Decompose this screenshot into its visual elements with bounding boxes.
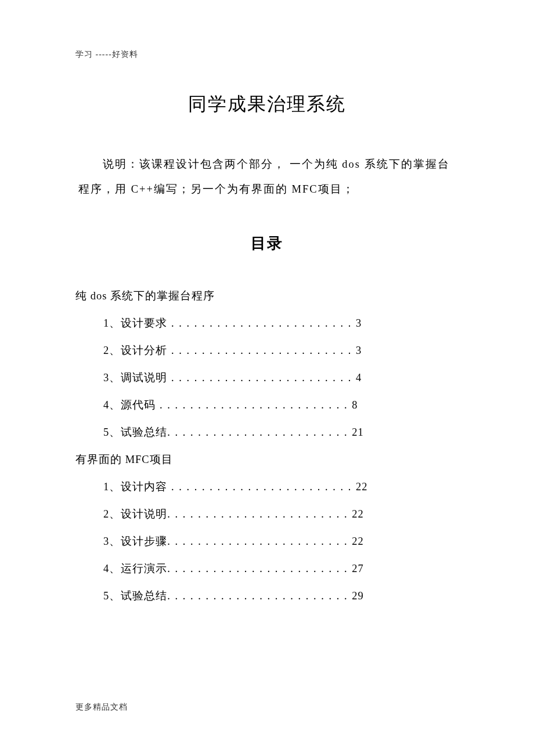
toc-label: 3、设计步骤: [103, 536, 167, 547]
toc-entry: 3、调试说明 . . . . . . . . . . . . . . . . .…: [103, 370, 459, 385]
toc-page-number: 8: [352, 399, 358, 411]
toc-dots: . . . . . . . . . . . . . . . . . . . . …: [167, 426, 352, 438]
toc-label: 4、运行演示: [103, 563, 167, 574]
toc-dots: . . . . . . . . . . . . . . . . . . . . …: [167, 317, 356, 329]
intro-paragraph: 说明：该课程设计包含两个部分， 一个为纯 dos 系统下的掌握台 程序，用 C+…: [75, 152, 459, 201]
toc-page-number: 29: [352, 590, 364, 602]
section2-heading-mid: MFC: [125, 454, 150, 465]
intro-text-cpp: C++: [127, 183, 154, 195]
section1-list: 1、设计要求 . . . . . . . . . . . . . . . . .…: [103, 316, 459, 439]
toc-dots: . . . . . . . . . . . . . . . . . . . . …: [167, 345, 356, 356]
intro-text-mfc: MFC: [291, 183, 317, 195]
section1-heading-pre: 纯: [75, 290, 91, 302]
toc-label: 4、源代码: [103, 399, 156, 411]
section2-heading: 有界面的 MFC项目: [75, 452, 459, 466]
intro-text-1: 说明：该课程设计包含两个部分， 一个为纯: [103, 158, 338, 170]
toc-page-number: 3: [356, 317, 362, 329]
toc-entry: 4、源代码 . . . . . . . . . . . . . . . . . …: [103, 397, 459, 412]
toc-label: 1、设计内容: [103, 481, 167, 493]
toc-entry: 1、设计内容 . . . . . . . . . . . . . . . . .…: [103, 479, 459, 494]
toc-dots: . . . . . . . . . . . . . . . . . . . . …: [167, 372, 356, 384]
toc-page-number: 27: [352, 563, 364, 574]
page-footer: 更多精品文档: [75, 702, 128, 712]
toc-label: 2、设计说明: [103, 508, 167, 520]
document-title: 同学成果治理系统: [75, 92, 459, 117]
toc-page-number: 22: [352, 536, 364, 547]
toc-dots: . . . . . . . . . . . . . . . . . . . . …: [167, 563, 352, 574]
toc-entry: 1、设计要求 . . . . . . . . . . . . . . . . .…: [103, 316, 459, 330]
toc-dots: . . . . . . . . . . . . . . . . . . . . …: [167, 508, 352, 520]
toc-entry: 3、设计步骤. . . . . . . . . . . . . . . . . …: [103, 534, 459, 548]
toc-label: 5、试验总结: [103, 590, 167, 602]
toc-entry: 4、运行演示. . . . . . . . . . . . . . . . . …: [103, 561, 459, 576]
intro-text-5: 项目；: [318, 183, 355, 195]
toc-section-1: 纯 dos 系统下的掌握台程序 1、设计要求 . . . . . . . . .…: [75, 288, 459, 439]
toc-heading: 目录: [75, 233, 459, 254]
toc-label: 2、设计分析: [103, 345, 167, 356]
toc-page-number: 22: [356, 481, 368, 493]
intro-text-3: 程序，用: [78, 183, 127, 195]
toc-dots: . . . . . . . . . . . . . . . . . . . . …: [167, 590, 352, 602]
toc-label: 5、试验总结: [103, 426, 167, 438]
intro-text-2: 系统下的掌握台: [365, 158, 450, 170]
toc-dots: . . . . . . . . . . . . . . . . . . . . …: [167, 481, 356, 493]
toc-dots: . . . . . . . . . . . . . . . . . . . . …: [156, 399, 352, 411]
toc-entry: 5、试验总结. . . . . . . . . . . . . . . . . …: [103, 588, 459, 603]
toc-label: 3、调试说明: [103, 372, 167, 384]
page-header: 学习 -----好资料: [75, 49, 459, 60]
toc-page-number: 4: [356, 372, 362, 384]
toc-page-number: 22: [352, 508, 364, 520]
toc-entry: 2、设计说明. . . . . . . . . . . . . . . . . …: [103, 507, 459, 521]
document-page: 学习 -----好资料 同学成果治理系统 说明：该课程设计包含两个部分， 一个为…: [0, 0, 534, 650]
toc-entry: 5、试验总结. . . . . . . . . . . . . . . . . …: [103, 425, 459, 439]
toc-dots: . . . . . . . . . . . . . . . . . . . . …: [167, 536, 352, 547]
intro-text-4: 编写；另一个为有界面的: [154, 183, 292, 195]
toc-label: 1、设计要求: [103, 317, 167, 329]
toc-entry: 2、设计分析 . . . . . . . . . . . . . . . . .…: [103, 343, 459, 357]
toc-page-number: 21: [352, 426, 364, 438]
intro-text-dos: dos: [338, 158, 365, 170]
section1-heading: 纯 dos 系统下的掌握台程序: [75, 288, 459, 303]
section1-heading-post: 系统下的掌握台程序: [110, 290, 215, 302]
toc-section-2: 有界面的 MFC项目 1、设计内容 . . . . . . . . . . . …: [75, 452, 459, 603]
toc-page-number: 3: [356, 345, 362, 356]
section1-heading-mid: dos: [91, 290, 110, 302]
section2-heading-post: 项目: [150, 454, 173, 465]
section2-heading-pre: 有界面的: [75, 454, 125, 465]
section2-list: 1、设计内容 . . . . . . . . . . . . . . . . .…: [103, 479, 459, 603]
